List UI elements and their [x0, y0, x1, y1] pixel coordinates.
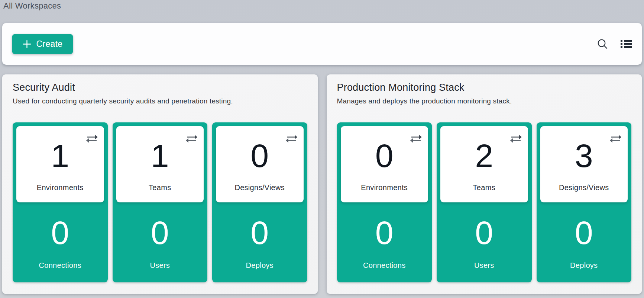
plus-icon	[23, 40, 31, 48]
stat-tile-top: 2 Teams	[440, 126, 528, 202]
toolbar-actions	[596, 38, 632, 50]
stat-label: Connections	[16, 261, 104, 282]
stat-tile[interactable]: 0 Environments 0 Connections	[337, 122, 432, 282]
workspace-title: Security Audit	[13, 82, 307, 93]
workspace-card: Security Audit Used for conducting quart…	[2, 74, 318, 294]
stat-tile[interactable]: 2 Teams 0 Users	[437, 122, 532, 282]
swap-arrows-icon[interactable]	[510, 134, 522, 143]
workspace-title: Production Monitoring Stack	[337, 82, 632, 93]
stat-tile-top: 1 Teams	[116, 126, 204, 202]
stat-label: Deploys	[540, 261, 628, 282]
workspace-card-list: Security Audit Used for conducting quart…	[2, 74, 642, 294]
list-view-icon[interactable]	[621, 39, 632, 48]
stat-label: Deploys	[216, 261, 304, 282]
stat-tile-bottom: 0 Deploys	[540, 202, 628, 282]
stat-label: Users	[116, 261, 204, 282]
stat-tile[interactable]: 1 Teams 0 Users	[113, 122, 208, 282]
stat-tile-top: 1 Environments	[16, 126, 104, 202]
create-button[interactable]: Create	[12, 34, 73, 54]
stat-tile-bottom: 0 Connections	[16, 202, 104, 282]
stat-tile-bottom: 0 Deploys	[216, 202, 304, 282]
stat-value: 0	[341, 202, 428, 261]
toolbar: Create	[2, 23, 642, 65]
stat-label: Users	[440, 261, 528, 282]
stat-label: Connections	[341, 261, 428, 282]
stat-label: Environments	[341, 183, 428, 202]
stat-tile-top: 3 Designs/Views	[540, 126, 628, 202]
stat-value: 0	[16, 202, 104, 261]
search-icon[interactable]	[596, 38, 609, 50]
stat-tile-top: 0 Designs/Views	[216, 126, 304, 202]
stat-label: Designs/Views	[216, 183, 304, 202]
stat-value: 0	[540, 202, 628, 261]
stat-tile[interactable]: 3 Designs/Views 0 Deploys	[537, 122, 632, 282]
swap-arrows-icon[interactable]	[410, 134, 422, 143]
stat-label: Environments	[16, 183, 104, 202]
stat-label: Designs/Views	[540, 183, 628, 202]
stat-value: 0	[216, 202, 304, 261]
stat-tile-row: 1 Environments 0 Connections 1 Teams	[13, 122, 307, 282]
stat-tile[interactable]: 0 Designs/Views 0 Deploys	[212, 122, 307, 282]
stat-tile-row: 0 Environments 0 Connections 2 Teams	[337, 122, 632, 282]
swap-arrows-icon[interactable]	[86, 134, 98, 143]
stat-value: 0	[116, 202, 204, 261]
workspace-description: Manages and deploys the production monit…	[337, 97, 632, 105]
stat-label: Teams	[116, 183, 204, 202]
swap-arrows-icon[interactable]	[610, 134, 621, 143]
stat-tile-bottom: 0 Users	[116, 202, 204, 282]
page-title: All Workspaces	[3, 1, 61, 11]
stat-label: Teams	[440, 183, 528, 202]
stat-tile-bottom: 0 Users	[440, 202, 528, 282]
stat-value: 0	[440, 202, 528, 261]
stat-tile-bottom: 0 Connections	[341, 202, 428, 282]
create-button-label: Create	[36, 39, 63, 49]
swap-arrows-icon[interactable]	[186, 134, 197, 143]
workspace-description: Used for conducting quarterly security a…	[13, 97, 307, 105]
stat-tile-top: 0 Environments	[341, 126, 428, 202]
swap-arrows-icon[interactable]	[286, 134, 297, 143]
stat-tile[interactable]: 1 Environments 0 Connections	[13, 122, 108, 282]
workspace-card: Production Monitoring Stack Manages and …	[327, 74, 642, 294]
